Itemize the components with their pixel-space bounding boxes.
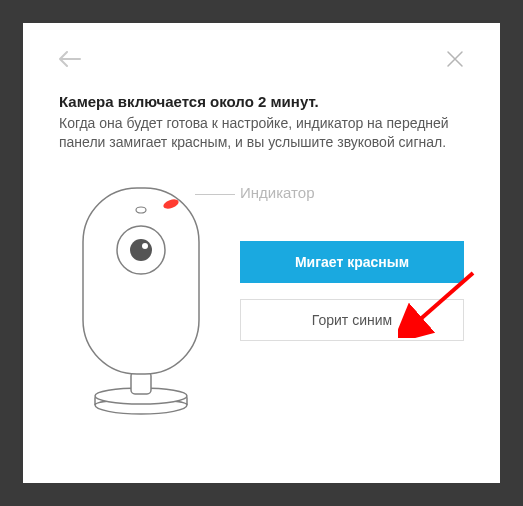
indicator-line [195, 194, 235, 195]
close-icon[interactable] [446, 50, 464, 72]
modal-topbar [59, 47, 464, 75]
indicator-text: Индикатор [240, 184, 315, 201]
svg-point-6 [130, 239, 152, 261]
blink-red-button[interactable]: Мигает красным [240, 241, 464, 283]
svg-point-7 [142, 243, 148, 249]
setup-modal: Камера включается около 2 минут. Когда о… [23, 23, 500, 483]
right-column: Индикатор Мигает красным Горит синим [240, 180, 464, 357]
solid-blue-button[interactable]: Горит синим [240, 299, 464, 341]
back-arrow-icon[interactable] [59, 51, 81, 71]
modal-description: Когда она будет готова к настройке, инди… [59, 114, 464, 152]
svg-rect-3 [83, 188, 199, 374]
modal-title: Камера включается около 2 минут. [59, 93, 464, 110]
camera-illustration [59, 180, 224, 420]
indicator-label: Индикатор [240, 184, 464, 201]
svg-rect-2 [131, 372, 151, 394]
modal-content: Индикатор Мигает красным Горит синим [59, 180, 464, 420]
